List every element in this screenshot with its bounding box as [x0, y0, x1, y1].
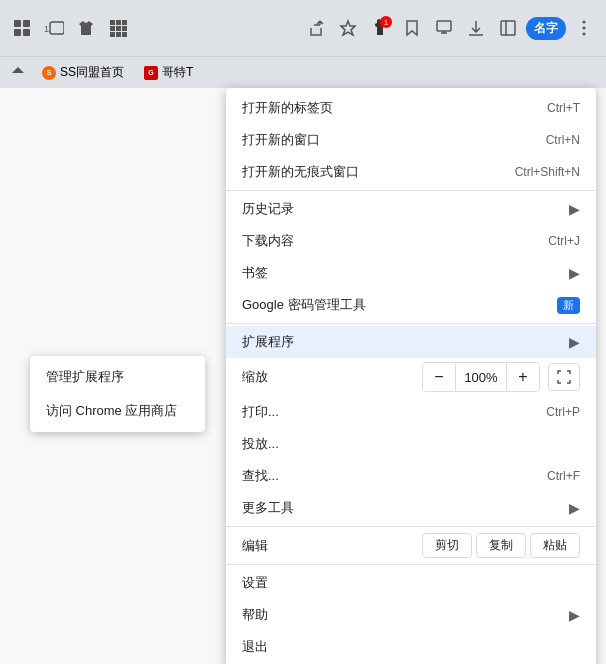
zoom-label: 缩放 — [242, 368, 422, 386]
menu-cast[interactable]: 投放... — [226, 428, 596, 460]
shirt-icon[interactable] — [72, 14, 100, 42]
svg-rect-6 — [110, 20, 115, 25]
page-content: 管理扩展程序 访问 Chrome 应用商店 打开新的标签页 Ctrl+T 打开新… — [0, 88, 606, 664]
favicon-ge: G — [144, 66, 158, 80]
bookmark-list-icon[interactable] — [398, 14, 426, 42]
bookmark-ge[interactable]: G 哥特T — [138, 62, 199, 83]
svg-rect-20 — [501, 21, 515, 35]
svg-rect-12 — [110, 32, 115, 37]
divider-1 — [226, 190, 596, 191]
svg-point-22 — [583, 21, 586, 24]
star-icon[interactable] — [334, 14, 362, 42]
nav-icon[interactable] — [8, 63, 28, 83]
bookmark-ss-label: SS同盟首页 — [60, 64, 124, 81]
menu-edit-row: 编辑 剪切 复制 粘贴 — [226, 529, 596, 562]
extensions-badge: 1 — [380, 16, 392, 28]
menu-more-tools[interactable]: 更多工具 ▶ — [226, 492, 596, 524]
bookmark-ss[interactable]: S SS同盟首页 — [36, 62, 130, 83]
menu-help[interactable]: 帮助 ▶ — [226, 599, 596, 631]
zoom-plus-button[interactable]: + — [507, 363, 539, 391]
menu-history[interactable]: 历史记录 ▶ — [226, 193, 596, 225]
profile-name-button[interactable]: 名字 — [526, 17, 566, 40]
extensions-icon[interactable]: 1 — [366, 14, 394, 42]
zoom-minus-button[interactable]: − — [423, 363, 455, 391]
app-grid-icon[interactable] — [8, 14, 36, 42]
share-icon[interactable] — [302, 14, 330, 42]
svg-point-23 — [583, 27, 586, 30]
svg-rect-0 — [14, 20, 21, 27]
divider-2 — [226, 323, 596, 324]
bookmark-ge-label: 哥特T — [162, 64, 193, 81]
svg-rect-5 — [50, 22, 64, 34]
sidebar-icon[interactable] — [494, 14, 522, 42]
edit-label: 编辑 — [242, 537, 422, 555]
passwords-new-badge: 新 — [557, 297, 580, 314]
menu-new-tab[interactable]: 打开新的标签页 Ctrl+T — [226, 92, 596, 124]
zoom-controls: − 100% + — [422, 362, 540, 392]
browser-toolbar: 1 — [0, 0, 606, 56]
copy-button[interactable]: 复制 — [476, 533, 526, 558]
chrome-main-menu: 打开新的标签页 Ctrl+T 打开新的窗口 Ctrl+N 打开新的无痕式窗口 C… — [226, 88, 596, 664]
svg-rect-14 — [122, 32, 127, 37]
menu-new-window[interactable]: 打开新的窗口 Ctrl+N — [226, 124, 596, 156]
zoom-fullscreen-button[interactable] — [548, 363, 580, 391]
menu-zoom-row: 缩放 − 100% + — [226, 358, 596, 396]
cut-button[interactable]: 剪切 — [422, 533, 472, 558]
svg-rect-3 — [23, 29, 30, 36]
media-icon[interactable] — [430, 14, 458, 42]
bookmarks-bar: S SS同盟首页 G 哥特T — [0, 56, 606, 88]
menu-print[interactable]: 打印... Ctrl+P — [226, 396, 596, 428]
menu-new-incognito[interactable]: 打开新的无痕式窗口 Ctrl+Shift+N — [226, 156, 596, 188]
svg-rect-16 — [437, 21, 451, 31]
menu-exit[interactable]: 退出 — [226, 631, 596, 663]
edit-buttons: 剪切 复制 粘贴 — [422, 533, 580, 558]
svg-rect-11 — [122, 26, 127, 31]
svg-rect-10 — [116, 26, 121, 31]
menu-passwords[interactable]: Google 密码管理工具 新 — [226, 289, 596, 321]
svg-rect-1 — [23, 20, 30, 27]
paste-button[interactable]: 粘贴 — [530, 533, 580, 558]
svg-rect-8 — [122, 20, 127, 25]
main-menu-button[interactable] — [570, 14, 598, 42]
divider-3 — [226, 526, 596, 527]
svg-rect-2 — [14, 29, 21, 36]
favicon-ss: S — [42, 66, 56, 80]
menu-bookmarks[interactable]: 书签 ▶ — [226, 257, 596, 289]
visit-store-item[interactable]: 访问 Chrome 应用商店 — [30, 394, 205, 428]
svg-text:1: 1 — [44, 24, 49, 34]
svg-point-24 — [583, 33, 586, 36]
menu-extensions[interactable]: 扩展程序 ▶ — [226, 326, 596, 358]
svg-rect-9 — [110, 26, 115, 31]
svg-marker-15 — [341, 21, 355, 35]
extensions-submenu: 管理扩展程序 访问 Chrome 应用商店 — [30, 356, 205, 432]
extension-grid-icon[interactable] — [104, 14, 132, 42]
svg-rect-13 — [116, 32, 121, 37]
svg-rect-7 — [116, 20, 121, 25]
manage-extensions-item[interactable]: 管理扩展程序 — [30, 360, 205, 394]
menu-find[interactable]: 查找... Ctrl+F — [226, 460, 596, 492]
menu-downloads[interactable]: 下载内容 Ctrl+J — [226, 225, 596, 257]
divider-4 — [226, 564, 596, 565]
zoom-value[interactable]: 100% — [455, 363, 507, 391]
download-icon[interactable] — [462, 14, 490, 42]
menu-settings[interactable]: 设置 — [226, 567, 596, 599]
group-tab-icon[interactable]: 1 — [40, 14, 68, 42]
